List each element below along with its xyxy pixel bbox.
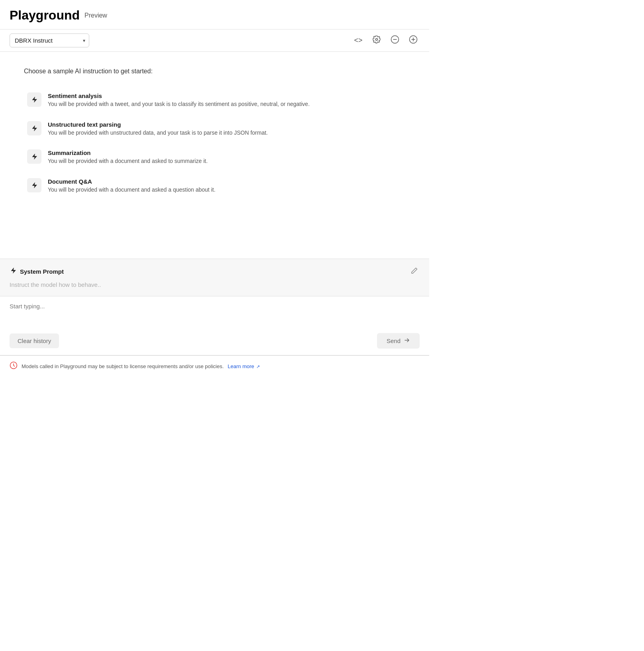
toolbar-actions: <>	[352, 34, 420, 47]
chat-input[interactable]	[10, 303, 420, 327]
settings-button[interactable]	[370, 34, 383, 47]
sample-title-docqa: Document Q&A	[48, 178, 216, 185]
system-prompt-header: System Prompt	[10, 265, 420, 277]
sample-desc-summarization: You will be provided with a document and…	[48, 157, 208, 165]
sample-content-sentiment: Sentiment analysis You will be provided …	[48, 92, 310, 108]
chat-input-section: Clear history Send	[0, 296, 429, 355]
clock-icon	[10, 361, 18, 371]
code-view-button[interactable]: <>	[352, 34, 365, 47]
model-select-wrapper: DBRX Instruct GPT-4 Claude 3 Llama 3 ▾	[10, 33, 89, 47]
list-item[interactable]: Summarization You will be provided with …	[24, 145, 405, 170]
toolbar: DBRX Instruct GPT-4 Claude 3 Llama 3 ▾ <…	[0, 29, 429, 52]
sample-desc-parsing: You will be provided with unstructured d…	[48, 129, 268, 137]
system-prompt-section: System Prompt Instruct the model how to …	[0, 259, 429, 296]
gear-icon	[373, 35, 381, 45]
bolt-icon-system	[10, 267, 17, 276]
footer-text: Models called in Playground may be subje…	[22, 363, 224, 369]
external-link-icon: ↗	[256, 364, 260, 369]
sample-desc-docqa: You will be provided with a document and…	[48, 186, 216, 194]
list-item[interactable]: Document Q&A You will be provided with a…	[24, 173, 405, 199]
list-item[interactable]: Unstructured text parsing You will be pr…	[24, 116, 405, 142]
sample-title-sentiment: Sentiment analysis	[48, 92, 310, 99]
sample-list: Sentiment analysis You will be provided …	[24, 88, 405, 198]
bolt-icon-summarization	[27, 149, 41, 164]
zoom-in-button[interactable]	[407, 34, 420, 47]
sample-desc-sentiment: You will be provided with a tweet, and y…	[48, 100, 310, 108]
main-area: Choose a sample AI instruction to get st…	[0, 52, 429, 259]
chat-actions: Clear history Send	[10, 333, 420, 349]
learn-more-link[interactable]: Learn more ↗	[228, 363, 260, 369]
system-prompt-label: System Prompt	[10, 267, 64, 276]
pencil-icon	[411, 269, 418, 275]
list-item[interactable]: Sentiment analysis You will be provided …	[24, 88, 405, 113]
system-prompt-title: System Prompt	[20, 268, 64, 275]
page-title: Playground	[10, 8, 80, 23]
send-button[interactable]: Send	[377, 333, 420, 349]
plus-circle-icon	[409, 35, 418, 46]
send-label: Send	[387, 337, 401, 344]
bolt-icon-parsing	[27, 121, 41, 135]
clear-history-button[interactable]: Clear history	[10, 333, 59, 348]
sample-content-docqa: Document Q&A You will be provided with a…	[48, 178, 216, 194]
sample-title-summarization: Summarization	[48, 149, 208, 156]
minus-circle-icon	[391, 35, 399, 46]
system-prompt-placeholder: Instruct the model how to behave..	[10, 281, 420, 288]
sample-content-parsing: Unstructured text parsing You will be pr…	[48, 121, 268, 137]
zoom-out-button[interactable]	[389, 34, 401, 47]
model-select[interactable]: DBRX Instruct GPT-4 Claude 3 Llama 3	[10, 33, 89, 47]
send-icon	[404, 337, 410, 345]
footer: Models called in Playground may be subje…	[0, 355, 429, 377]
preview-badge: Preview	[84, 12, 107, 19]
page-header: Playground Preview	[0, 0, 429, 29]
sample-intro-text: Choose a sample AI instruction to get st…	[24, 68, 405, 75]
sample-title-parsing: Unstructured text parsing	[48, 121, 268, 128]
bolt-icon-sentiment	[27, 92, 41, 107]
code-icon: <>	[354, 36, 362, 45]
edit-system-prompt-button[interactable]	[409, 265, 420, 277]
sample-content-summarization: Summarization You will be provided with …	[48, 149, 208, 165]
bolt-icon-docqa	[27, 178, 41, 192]
